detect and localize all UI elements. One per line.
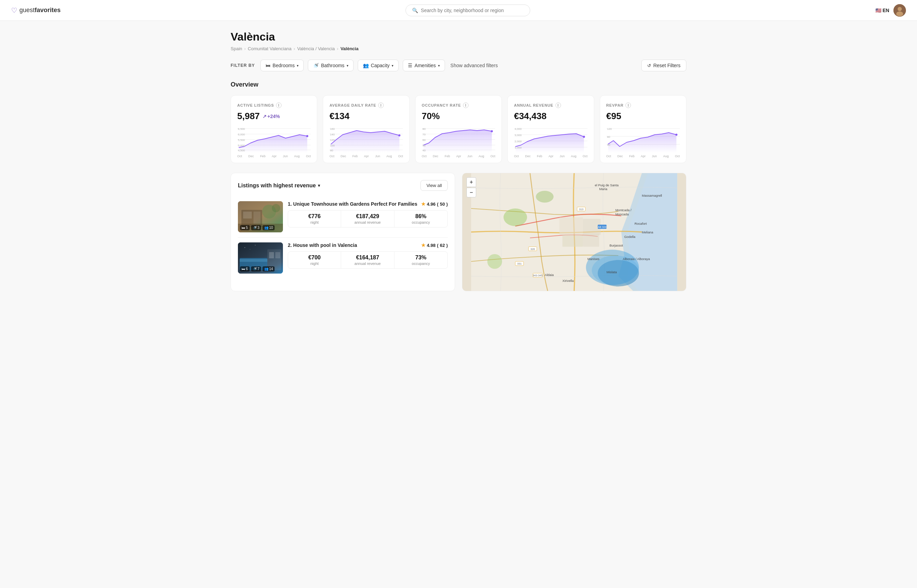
svg-text:Rocafort: Rocafort (634, 222, 647, 225)
mini-chart-3: 4,000 3,000 2,000 1,000 OctDecFebAprJunA… (514, 125, 587, 158)
svg-marker-43 (516, 134, 584, 153)
chart-x-labels-3: OctDecFebAprJunAugOct (514, 154, 587, 158)
card-active-listings: ACTIVE LISTINGS i 5,987 ↗ +24% (231, 95, 317, 163)
breadcrumb-item-cv[interactable]: Comunitat Valenciana (248, 46, 292, 51)
revenue-cell-1: €187,429 annual revenue (341, 210, 394, 227)
revenue-cell-2: €164,187 annual revenue (341, 252, 394, 268)
bedrooms-filter[interactable]: 🛏 Bedrooms ▾ (260, 60, 304, 71)
listings-title[interactable]: Listings with highest revenue ▾ (238, 183, 320, 189)
svg-point-70 (244, 247, 245, 248)
svg-rect-66 (240, 259, 267, 262)
svg-text:50: 50 (423, 144, 426, 147)
svg-text:el Puig de Santa: el Puig de Santa (595, 184, 619, 187)
listing-name-1[interactable]: 1. Unique Townhouse with Gardens Perfect… (288, 201, 417, 207)
thumb-badges-2: 🛏 6 🚿 7 👥 14 (240, 266, 274, 271)
card-label-3: ANNUAL REVENUE i (514, 102, 587, 108)
bed-badge-1: 🛏 5 (240, 225, 250, 230)
search-bar[interactable]: 🔍 (405, 5, 530, 16)
chevron-down-icon-am: ▾ (438, 64, 440, 68)
info-icon-0[interactable]: i (276, 102, 281, 108)
svg-point-44 (583, 136, 585, 138)
info-icon-1[interactable]: i (378, 102, 384, 108)
map-panel: el Puig de Santa Maria Massamagrell Mont… (462, 173, 686, 291)
svg-text:6,000: 6,000 (238, 133, 245, 136)
bathrooms-filter[interactable]: 🚿 Bathrooms ▾ (308, 60, 354, 71)
listing-stats-1: €776 night €187,429 annual revenue 86% o… (288, 210, 448, 228)
amenities-icon: ☰ (408, 63, 412, 68)
listing-stats-2: €700 night €164,187 annual revenue 73% o… (288, 251, 448, 269)
svg-text:Massamagrell: Massamagrell (642, 194, 662, 197)
svg-point-85 (487, 254, 502, 269)
svg-rect-79 (560, 218, 583, 235)
reset-filters-button[interactable]: ↺ Reset Filters (641, 60, 686, 71)
occupancy-cell-1: 86% occupancy (394, 210, 447, 227)
card-value-0: 5,987 ↗ +24% (237, 111, 311, 121)
svg-text:120: 120 (330, 139, 335, 142)
svg-point-63 (272, 204, 280, 212)
card-value-1: €134 (329, 111, 403, 121)
capacity-label: Capacity (371, 63, 389, 68)
breadcrumb-item-spain[interactable]: Spain (231, 46, 242, 51)
breadcrumb-item-valencia[interactable]: València / Valencia (297, 46, 335, 51)
bathrooms-label: Bathrooms (321, 63, 345, 68)
svg-marker-52 (608, 132, 676, 153)
capacity-filter[interactable]: 👥 Capacity ▾ (358, 60, 399, 71)
avatar[interactable] (893, 4, 906, 17)
svg-text:343-345: 343-345 (533, 274, 542, 277)
zoom-in-button[interactable]: + (467, 177, 476, 187)
header-right: 🇺🇸 EN (875, 4, 906, 17)
info-icon-3[interactable]: i (555, 102, 561, 108)
svg-text:313: 313 (579, 208, 583, 211)
card-value-2: 70% (422, 111, 495, 121)
svg-point-1 (898, 7, 902, 11)
listing-thumbnail-1[interactable]: 🛏 5 🚿 3 👥 10 (238, 201, 283, 233)
search-icon: 🔍 (412, 8, 418, 13)
view-all-button[interactable]: View all (420, 180, 448, 191)
svg-text:Mislata: Mislata (607, 270, 617, 274)
flag-icon: 🇺🇸 (875, 8, 881, 13)
svg-point-71 (255, 245, 255, 246)
svg-text:331: 331 (517, 262, 522, 265)
info-icon-4[interactable]: i (625, 102, 631, 108)
logo-heart-icon: ♡ (11, 6, 17, 15)
svg-text:Godella: Godella (625, 235, 636, 239)
overview-cards: ACTIVE LISTINGS i 5,987 ↗ +24% (231, 95, 686, 163)
card-revpar: REVPAR i €95 (600, 95, 686, 163)
svg-text:Aldaia: Aldaia (545, 273, 554, 277)
listing-rating-1: ★ 4.96 (50) (421, 201, 448, 207)
breadcrumb: Spain › Comunitat Valenciana › València … (231, 46, 686, 51)
card-avg-daily-rate: AVERAGE DAILY RATE i €134 (323, 95, 409, 163)
svg-text:Burjassot: Burjassot (609, 244, 623, 247)
zoom-out-button[interactable]: − (467, 188, 476, 197)
listing-name-2[interactable]: 2. House with pool in Valencia (288, 242, 357, 248)
map-controls: + − (467, 177, 476, 197)
svg-point-53 (675, 134, 677, 136)
card-occupancy-rate: OCCUPANCY RATE i 70% (415, 95, 502, 163)
arrow-up-icon: ↗ (263, 113, 266, 119)
svg-text:AB 324: AB 324 (598, 225, 607, 229)
language-selector[interactable]: 🇺🇸 EN (875, 8, 889, 13)
listing-item-2: 🛏 6 🚿 7 👥 14 2. House with pool in Valen… (238, 237, 448, 278)
map-container[interactable]: el Puig de Santa Maria Massamagrell Mont… (462, 173, 686, 291)
breadcrumb-item-active: València (341, 46, 358, 51)
amenities-label: Amenities (415, 63, 436, 68)
listing-thumbnail-2[interactable]: 🛏 6 🚿 7 👥 14 (238, 242, 283, 273)
filter-by-label: FILTER BY (231, 63, 255, 68)
show-advanced-filters[interactable]: Show advanced filters (450, 63, 498, 68)
info-icon-2[interactable]: i (463, 102, 468, 108)
amenities-filter[interactable]: ☰ Amenities ▾ (403, 60, 445, 71)
reset-icon: ↺ (647, 63, 651, 68)
svg-text:4,000: 4,000 (515, 128, 522, 131)
chart-x-labels-0: OctDecFebAprJunAugOct (237, 154, 311, 158)
logo[interactable]: ♡ guestfavorites (11, 6, 61, 15)
svg-text:70: 70 (423, 133, 426, 136)
reset-label: Reset Filters (653, 63, 680, 68)
page-title: València (231, 31, 686, 43)
price-cell-2: €700 night (288, 252, 341, 268)
occupancy-cell-2: 73% occupancy (394, 252, 447, 268)
svg-text:3,000: 3,000 (515, 134, 522, 137)
overview-section: Overview ACTIVE LISTINGS i 5,987 ↗ +24% (231, 81, 686, 163)
svg-point-33 (491, 130, 493, 132)
search-input[interactable] (421, 8, 524, 13)
card-label-1: AVERAGE DAILY RATE i (329, 102, 403, 108)
